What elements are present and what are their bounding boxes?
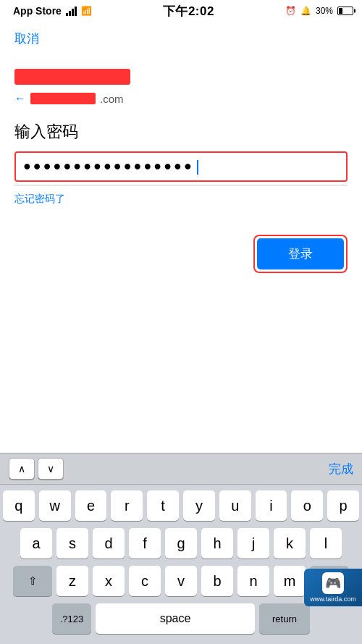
key-row-4: .?123 space return (3, 603, 359, 634)
password-label: 输入密码 (14, 121, 348, 143)
key-c[interactable]: c (129, 566, 161, 596)
login-btn-wrapper: 登录 (14, 235, 348, 273)
signal-icon (66, 7, 77, 16)
key-row-1: q w e r t y u i o p (3, 490, 359, 521)
forgot-password-link[interactable]: 忘记密码了 (14, 193, 348, 206)
key-b[interactable]: b (201, 566, 233, 596)
key-a[interactable]: a (20, 528, 52, 559)
status-left: App Store 📶 (9, 5, 92, 17)
key-o[interactable]: o (291, 490, 323, 521)
key-n[interactable]: n (237, 566, 269, 596)
key-r[interactable]: r (111, 490, 143, 521)
watermark-text: www.tairda.com (310, 595, 356, 603)
key-f[interactable]: f (129, 528, 161, 559)
field-separator (14, 185, 348, 185)
key-h[interactable]: h (201, 528, 233, 559)
password-dots: ●●●●●●●●●●●●●●●●● (23, 159, 194, 173)
battery-percent: 30% (316, 6, 333, 16)
email-row: ← .com (14, 92, 348, 105)
key-z[interactable]: z (56, 566, 88, 596)
keyboard-done-button[interactable]: 完成 (329, 461, 353, 477)
shift-key[interactable]: ⇧ (13, 566, 52, 596)
battery-icon (337, 7, 353, 15)
key-d[interactable]: d (93, 528, 125, 559)
password-field[interactable]: ●●●●●●●●●●●●●●●●● (14, 151, 348, 182)
email-domain: .com (100, 93, 124, 105)
key-w[interactable]: w (39, 490, 71, 521)
arrow-down-icon: ∨ (47, 463, 54, 474)
main-content: 取消 ← .com 输入密码 ●●●●●●●●●●●●●●●●● 忘记密码了 登… (0, 22, 362, 273)
app-store-label: App Store (13, 5, 62, 17)
back-arrow-icon: ← (14, 92, 26, 105)
key-x[interactable]: x (93, 566, 125, 596)
status-bar: App Store 📶 下午2:02 ⏰ 🔔 30% (0, 0, 362, 22)
keyboard-toolbar: ∧ ∨ 完成 (0, 453, 362, 485)
key-y[interactable]: y (183, 490, 215, 521)
user-name-blurred (14, 69, 130, 85)
watermark-icon: 🎮 (322, 572, 344, 594)
login-button[interactable]: 登录 (257, 238, 344, 269)
alarm-icon: ⏰ (285, 6, 296, 16)
keyboard-section: ∧ ∨ 完成 q w e r t y u i o p a s d f g (0, 453, 362, 644)
keyboard-arrows: ∧ ∨ (9, 458, 64, 480)
key-p[interactable]: p (327, 490, 359, 521)
watermark: 🎮 www.tairda.com (304, 569, 362, 606)
arrow-up-button[interactable]: ∧ (9, 458, 35, 480)
cancel-button[interactable]: 取消 (14, 22, 348, 54)
text-cursor (197, 160, 198, 175)
key-row-2: a s d f g h j k l (3, 528, 359, 559)
key-m[interactable]: m (274, 566, 306, 596)
email-prefix-blurred (30, 93, 96, 104)
login-btn-outer: 登录 (253, 235, 348, 273)
key-l[interactable]: l (310, 528, 342, 559)
return-key[interactable]: return (259, 603, 310, 634)
key-v[interactable]: v (165, 566, 197, 596)
key-k[interactable]: k (274, 528, 306, 559)
key-s[interactable]: s (56, 528, 88, 559)
key-j[interactable]: j (237, 528, 269, 559)
status-right: ⏰ 🔔 30% (285, 6, 353, 16)
key-g[interactable]: g (165, 528, 197, 559)
user-info-section: ← .com (14, 69, 348, 105)
arrow-up-icon: ∧ (18, 463, 25, 474)
space-key[interactable]: space (96, 603, 255, 634)
status-time: 下午2:02 (163, 3, 214, 20)
numeric-key[interactable]: .?123 (52, 603, 91, 634)
key-i[interactable]: i (256, 490, 287, 521)
wifi-icon: 📶 (81, 6, 92, 16)
key-u[interactable]: u (219, 490, 251, 521)
clock-icon: 🔔 (300, 6, 311, 16)
key-q[interactable]: q (3, 490, 35, 521)
keyboard-keys: q w e r t y u i o p a s d f g h j k l ⇧ … (0, 485, 362, 644)
key-t[interactable]: t (147, 490, 179, 521)
key-e[interactable]: e (75, 490, 107, 521)
arrow-down-button[interactable]: ∨ (38, 458, 64, 480)
